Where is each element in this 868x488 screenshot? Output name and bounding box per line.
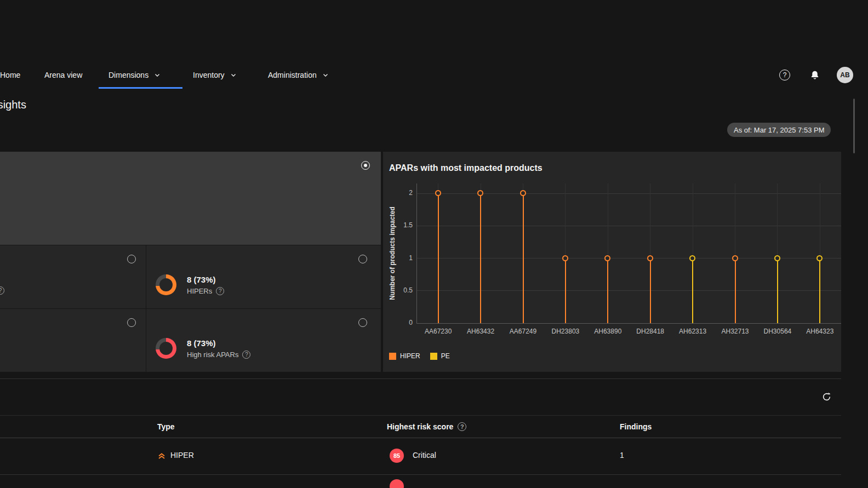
lollipop-stem bbox=[735, 259, 736, 324]
tile-value: 8 (73%) bbox=[187, 338, 216, 348]
dashboard-page: Home Arena view Dimensions Inventory Adm… bbox=[0, 0, 868, 488]
x-tick-label: AH62313 bbox=[671, 328, 713, 335]
nav-tab-dimensions[interactable]: Dimensions bbox=[108, 60, 161, 89]
metric-tile-partial[interactable] bbox=[0, 309, 146, 372]
lollipop-stem bbox=[777, 259, 778, 324]
legend-item[interactable]: HIPER bbox=[389, 352, 420, 360]
chart-plot: 00.511.52AA67230AH63432AA67249DH23803AH6… bbox=[416, 183, 841, 324]
lollipop-stem bbox=[819, 259, 820, 324]
x-tick-label: AA67249 bbox=[502, 328, 544, 335]
x-tick-label: AH63890 bbox=[587, 328, 629, 335]
radio-unchecked-icon[interactable] bbox=[358, 318, 367, 327]
top-navigation: Home Arena view Dimensions Inventory Adm… bbox=[0, 60, 868, 89]
legend-swatch bbox=[389, 353, 396, 360]
lollipop-point[interactable] bbox=[562, 255, 568, 261]
lollipop-stem bbox=[480, 193, 481, 323]
lollipop-point[interactable] bbox=[477, 190, 483, 196]
lollipop-stem bbox=[565, 259, 566, 324]
nav-tab-arena-view[interactable]: Arena view bbox=[44, 60, 82, 89]
apars-chart-card: APARs with most impacted products Number… bbox=[383, 152, 841, 372]
lollipop-point[interactable] bbox=[816, 255, 823, 261]
risk-score-badge: 85 bbox=[390, 449, 404, 463]
table-row-partial[interactable] bbox=[0, 475, 841, 488]
lollipop-point[interactable] bbox=[520, 190, 526, 196]
lollipop-point[interactable] bbox=[647, 255, 653, 261]
lollipop-stem bbox=[523, 193, 524, 323]
as-of-badge: As of: Mar 17, 2025 7:53 PM bbox=[727, 123, 831, 137]
notifications-button[interactable] bbox=[806, 66, 824, 84]
table-header-row: Type Highest risk score ? Findings bbox=[0, 415, 841, 438]
y-tick-label: 1 bbox=[391, 254, 413, 262]
chevron-down-icon bbox=[322, 72, 329, 78]
x-tick-label: AA67230 bbox=[417, 328, 459, 335]
radio-unchecked-icon[interactable] bbox=[358, 255, 367, 263]
lollipop-point[interactable] bbox=[435, 190, 441, 196]
y-axis-title: Number of products impacted bbox=[389, 183, 396, 323]
refresh-icon bbox=[822, 392, 831, 401]
column-header-type: Type bbox=[157, 416, 175, 438]
y-tick-label: 1.5 bbox=[391, 221, 413, 229]
help-icon[interactable]: ? bbox=[458, 422, 466, 431]
risk-score-badge bbox=[390, 479, 404, 488]
tile-label-text: HIPERs bbox=[187, 287, 212, 295]
x-tick-label: AH64323 bbox=[799, 328, 841, 335]
legend-label: HIPER bbox=[400, 352, 420, 360]
column-header-label: Type bbox=[157, 422, 175, 431]
chevron-down-icon bbox=[230, 72, 237, 78]
scrollbar-thumb[interactable] bbox=[853, 99, 855, 153]
tile-value: 8 (73%) bbox=[187, 275, 216, 284]
chevron-down-icon bbox=[154, 72, 161, 78]
tile-label: HIPERs ? bbox=[187, 287, 224, 295]
radio-unchecked-icon[interactable] bbox=[127, 255, 136, 263]
lollipop-point[interactable] bbox=[689, 255, 695, 261]
lollipop-stem bbox=[607, 259, 608, 324]
y-tick-label: 0 bbox=[391, 319, 413, 326]
nav-tab-administration[interactable]: Administration bbox=[268, 60, 329, 89]
metric-tile-hipers[interactable]: 8 (73%) HIPERs ? bbox=[146, 245, 381, 308]
cell-score-label: Critical bbox=[413, 451, 436, 460]
help-button[interactable]: ? bbox=[776, 66, 793, 84]
x-tick-label: AH63432 bbox=[459, 328, 501, 335]
avatar[interactable]: AB bbox=[837, 67, 853, 83]
lollipop-point[interactable] bbox=[732, 255, 738, 261]
column-header-label: Highest risk score bbox=[387, 422, 453, 431]
chart-title: APARs with most impacted products bbox=[389, 163, 542, 173]
column-header-findings: Findings bbox=[620, 416, 652, 438]
tile-label-text: High risk APARs bbox=[187, 351, 238, 359]
help-icon[interactable]: ? bbox=[242, 351, 250, 359]
help-icon[interactable]: ? bbox=[0, 286, 4, 295]
lollipop-point[interactable] bbox=[604, 255, 610, 261]
chart-legend: HIPERPE bbox=[389, 352, 450, 360]
nav-tab-label: Home bbox=[0, 71, 20, 79]
nav-tab-inventory[interactable]: Inventory bbox=[193, 60, 237, 89]
nav-tab-label: Administration bbox=[268, 71, 317, 79]
bell-icon bbox=[810, 70, 820, 80]
section-divider bbox=[0, 378, 841, 379]
selected-tab-indicator bbox=[99, 87, 182, 89]
refresh-button[interactable] bbox=[818, 388, 835, 405]
cell-findings: 1 bbox=[620, 451, 624, 460]
column-header-label: Findings bbox=[620, 422, 652, 431]
table-row[interactable]: HIPER 85 Critical 1 bbox=[0, 438, 841, 475]
metric-tile-partial[interactable]: ? bbox=[0, 245, 146, 308]
tile-label: High risk APARs ? bbox=[187, 351, 250, 359]
x-tick-label: DH23803 bbox=[544, 328, 586, 335]
nav-tab-label: Dimensions bbox=[108, 71, 149, 79]
help-icon: ? bbox=[779, 70, 790, 81]
radio-checked-icon[interactable] bbox=[361, 161, 370, 170]
metric-tile-high-risk-apars[interactable]: 8 (73%) High risk APARs ? bbox=[146, 309, 381, 372]
x-tick-label: DH30564 bbox=[756, 328, 798, 335]
legend-label: PE bbox=[441, 352, 450, 360]
nav-tab-home[interactable]: Home bbox=[0, 60, 20, 89]
legend-item[interactable]: PE bbox=[430, 352, 450, 360]
radio-unchecked-icon[interactable] bbox=[127, 318, 136, 327]
nav-tab-label: Arena view bbox=[44, 71, 82, 79]
selected-metric-card[interactable] bbox=[0, 152, 381, 245]
x-tick-label: AH32713 bbox=[714, 328, 756, 335]
lollipop-point[interactable] bbox=[774, 255, 780, 261]
y-tick-label: 0.5 bbox=[391, 286, 413, 294]
donut-chart bbox=[156, 338, 176, 359]
legend-swatch bbox=[430, 353, 437, 360]
x-tick-label: DH28418 bbox=[629, 328, 671, 335]
help-icon[interactable]: ? bbox=[216, 287, 224, 295]
